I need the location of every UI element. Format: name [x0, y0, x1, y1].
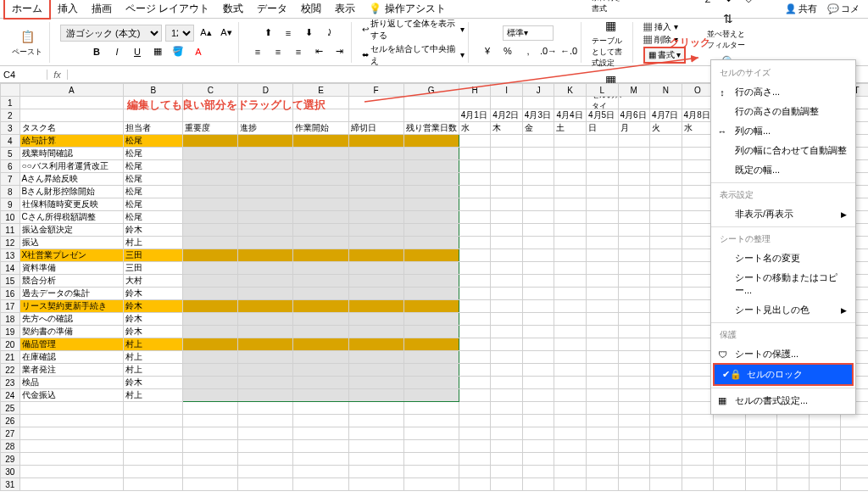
- cell[interactable]: [650, 186, 682, 198]
- cell[interactable]: [19, 415, 124, 427]
- row-header[interactable]: 24: [1, 389, 20, 402]
- cell[interactable]: [403, 326, 459, 338]
- cell[interactable]: [650, 249, 682, 262]
- cell[interactable]: [554, 211, 587, 224]
- cell[interactable]: [238, 275, 293, 288]
- cell[interactable]: [586, 351, 618, 364]
- cell[interactable]: 土: [554, 122, 587, 135]
- cell[interactable]: [238, 148, 293, 160]
- cell[interactable]: [183, 415, 238, 427]
- cell[interactable]: [459, 211, 491, 224]
- cell[interactable]: [522, 275, 554, 288]
- cell[interactable]: [522, 160, 554, 173]
- cell[interactable]: [650, 198, 682, 211]
- cell[interactable]: [293, 338, 348, 351]
- col-header[interactable]: K: [554, 84, 587, 97]
- cell[interactable]: [238, 364, 293, 377]
- row-header[interactable]: 17: [1, 300, 20, 313]
- cell[interactable]: 大村: [124, 275, 183, 288]
- cell[interactable]: [618, 237, 650, 249]
- col-header[interactable]: M: [618, 84, 650, 97]
- cell[interactable]: [650, 440, 682, 453]
- cell[interactable]: [841, 478, 868, 491]
- cell[interactable]: [618, 427, 650, 440]
- cell[interactable]: [554, 466, 587, 478]
- cell[interactable]: [618, 97, 650, 109]
- indent-increase-icon[interactable]: ⇥: [331, 43, 348, 60]
- align-center-icon[interactable]: ≡: [270, 43, 287, 60]
- cell[interactable]: [403, 389, 459, 402]
- cell[interactable]: [809, 415, 841, 427]
- cell[interactable]: [554, 453, 587, 466]
- cell[interactable]: [554, 300, 587, 313]
- cell[interactable]: [293, 262, 348, 275]
- cell[interactable]: 重要度: [183, 122, 238, 135]
- cell[interactable]: [348, 440, 403, 453]
- cell[interactable]: 水: [682, 122, 714, 135]
- cell[interactable]: [522, 211, 554, 224]
- align-left-icon[interactable]: ≡: [249, 43, 266, 60]
- cell[interactable]: [19, 453, 124, 466]
- row-header[interactable]: 4: [1, 135, 20, 148]
- cell[interactable]: [618, 224, 650, 237]
- cell[interactable]: [238, 466, 293, 478]
- cell[interactable]: [238, 262, 293, 275]
- cell[interactable]: [522, 135, 554, 148]
- cell[interactable]: [238, 198, 293, 211]
- bold-button[interactable]: B: [88, 43, 105, 60]
- cell[interactable]: [650, 148, 682, 160]
- cell[interactable]: [124, 453, 183, 466]
- cell[interactable]: 松尾: [124, 148, 183, 160]
- cell[interactable]: 4月3日: [522, 109, 554, 122]
- cell[interactable]: [809, 453, 841, 466]
- col-header[interactable]: L: [586, 84, 618, 97]
- cell[interactable]: [238, 389, 293, 402]
- menu-home[interactable]: ホーム: [3, 0, 51, 20]
- cell[interactable]: [586, 326, 618, 338]
- row-header[interactable]: 5: [1, 148, 20, 160]
- cell[interactable]: [618, 135, 650, 148]
- cell[interactable]: [491, 326, 523, 338]
- cell[interactable]: [777, 453, 810, 466]
- cell[interactable]: [183, 440, 238, 453]
- menu-lock-cell[interactable]: ✔🔒セルのロック: [713, 363, 854, 386]
- cell[interactable]: [618, 211, 650, 224]
- insert-cells-button[interactable]: ▦ 挿入 ▾: [643, 21, 686, 33]
- menu-data[interactable]: データ: [250, 0, 294, 18]
- cell[interactable]: [348, 389, 403, 402]
- cell[interactable]: [841, 427, 868, 440]
- cell[interactable]: [293, 402, 348, 415]
- cell[interactable]: [293, 288, 348, 300]
- cell[interactable]: [554, 389, 587, 402]
- cell[interactable]: [650, 364, 682, 377]
- cell[interactable]: 振込金額決定: [19, 224, 124, 237]
- align-top-icon[interactable]: ⬆: [259, 25, 276, 42]
- cell[interactable]: [491, 160, 523, 173]
- cell[interactable]: [183, 338, 238, 351]
- cell[interactable]: [650, 377, 682, 389]
- menu-rename-sheet[interactable]: シート名の変更: [711, 248, 855, 268]
- cell[interactable]: [809, 478, 841, 491]
- cell[interactable]: [682, 351, 714, 364]
- row-header[interactable]: 1: [1, 97, 20, 109]
- cell[interactable]: [348, 211, 403, 224]
- cell[interactable]: [491, 351, 523, 364]
- cell[interactable]: [682, 288, 714, 300]
- cell[interactable]: [293, 478, 348, 491]
- cell[interactable]: [348, 377, 403, 389]
- cell[interactable]: [491, 453, 523, 466]
- cell[interactable]: [183, 300, 238, 313]
- cell[interactable]: [491, 173, 523, 186]
- cell[interactable]: [554, 97, 587, 109]
- cell[interactable]: [459, 466, 491, 478]
- cell[interactable]: [293, 160, 348, 173]
- cell[interactable]: [809, 466, 841, 478]
- cell[interactable]: [682, 364, 714, 377]
- col-header[interactable]: H: [459, 84, 491, 97]
- cell[interactable]: [745, 478, 777, 491]
- cell[interactable]: 社保料随時変更反映: [19, 198, 124, 211]
- cell[interactable]: [586, 377, 618, 389]
- cell[interactable]: [403, 466, 459, 478]
- cell[interactable]: [522, 415, 554, 427]
- cell[interactable]: [586, 300, 618, 313]
